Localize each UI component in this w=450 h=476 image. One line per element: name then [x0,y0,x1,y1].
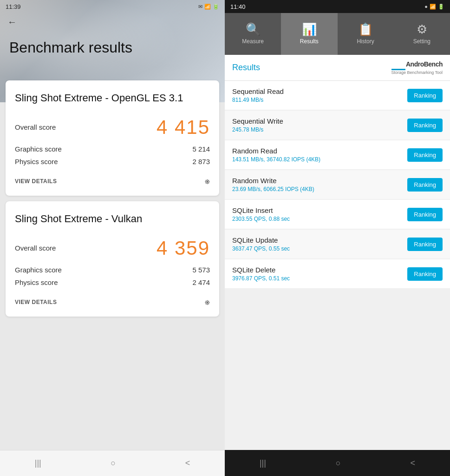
right-recents-button[interactable]: ||| [260,458,266,468]
ranking-button-sqlite-insert[interactable]: Ranking [407,208,443,221]
results-icon: 📊 [302,23,317,35]
tab-history-label: History [357,38,374,45]
right-nav-bar: ||| ○ < [225,450,450,476]
physics-score-row: Physics score 2 873 [15,158,210,165]
overall-score-value-vulkan: 4 359 [157,237,210,259]
left-status-time: 11:39 [6,3,21,10]
tab-measure[interactable]: 🔍 Measure [225,13,281,55]
right-battery-icon: 🔋 [438,4,444,10]
benchmark-cards-list: Sling Shot Extreme - OpenGL ES 3.1 Overa… [0,75,225,476]
overall-score-value: 4 415 [157,116,210,139]
results-list: Sequential Read 811.49 MB/s Ranking Sequ… [225,81,450,450]
right-panel: 11:40 ● 📶 🔋 🔍 Measure 📊 Results 📋 Histor… [225,0,450,476]
wifi-icon: 📶 [204,4,211,10]
result-value-sqlite-delete: 3976.87 QPS, 0.51 sec [232,275,407,282]
right-status-icons: ● 📶 🔋 [424,4,444,10]
physics-score-label: Physics score [15,158,58,165]
physics-score-label-vulkan: Physics score [15,278,58,286]
tab-measure-label: Measure [242,38,264,45]
card-title-vulkan: Sling Shot Extreme - Vulkan [15,212,210,226]
benchmark-card-vulkan: Sling Shot Extreme - Vulkan Overall scor… [6,201,219,317]
physics-score-value-vulkan: 2 474 [192,278,210,286]
graphics-score-row-vulkan: Graphics score 5 573 [15,266,210,274]
brand-sub: Storage Benchmarking Tool [391,70,443,75]
graphics-score-label: Graphics score [15,145,62,153]
result-value-sqlite-update: 3637.47 QPS, 0.55 sec [232,245,407,252]
tab-history[interactable]: 📋 History [338,13,394,55]
right-status-time: 11:40 [230,3,246,10]
ranking-button-sqlite-update[interactable]: Ranking [407,238,443,251]
card-footer-vulkan: VIEW DETAILS ⎈ [15,296,210,307]
graphics-score-label-vulkan: Graphics score [15,266,62,274]
result-value-seq-read: 811.49 MB/s [232,97,407,103]
overall-score-row-vulkan: Overall score 4 359 [15,237,210,259]
card-title-opengl: Sling Shot Extreme - OpenGL ES 3.1 [15,92,210,105]
overall-score-label: Overall score [15,123,56,131]
result-info-sqlite-update: SQLite Update 3637.47 QPS, 0.55 sec [232,236,407,252]
result-item-rand-read: Random Read 143.51 MB/s, 36740.82 IOPS (… [225,140,450,169]
history-icon: 📋 [358,23,373,35]
result-item-sqlite-insert: SQLite Insert 2303.55 QPS, 0.88 sec Rank… [225,200,450,229]
view-details-button-opengl[interactable]: VIEW DETAILS [15,178,57,185]
result-name-seq-write: Sequential Write [232,117,407,125]
ranking-button-rand-read[interactable]: Ranking [407,148,443,162]
results-header: Results AndroBench Storage Benchmarking … [225,55,450,81]
right-signal-icon: ● [424,4,428,9]
tab-results[interactable]: 📊 Results [281,13,337,55]
result-item-seq-read: Sequential Read 811.49 MB/s Ranking [225,81,450,110]
graphics-score-value: 5 214 [192,145,210,153]
brand-name: AndroBench [406,60,443,68]
overall-score-row: Overall score 4 415 [15,116,210,139]
result-value-rand-read: 143.51 MB/s, 36740.82 IOPS (4KB) [232,156,407,163]
left-top-bar: ← [0,13,225,31]
androbench-logo: AndroBench Storage Benchmarking Tool [391,60,443,75]
ranking-button-seq-write[interactable]: Ranking [407,119,443,132]
right-status-bar: 11:40 ● 📶 🔋 [225,0,450,13]
result-name-sqlite-insert: SQLite Insert [232,206,407,214]
physics-score-value: 2 873 [192,158,210,165]
overall-score-label-vulkan: Overall score [15,244,56,252]
left-title-area: Benchmark results [0,31,225,66]
result-item-sqlite-update: SQLite Update 3637.47 QPS, 0.55 sec Rank… [225,230,450,258]
result-item-rand-write: Random Write 23.69 MB/s, 6066.25 IOPS (4… [225,170,450,199]
result-info-sqlite-delete: SQLite Delete 3976.87 QPS, 0.51 sec [232,266,407,282]
battery-icon: 🔋 [213,4,219,10]
page-title: Benchmark results [9,39,215,56]
result-name-rand-read: Random Read [232,147,407,155]
tab-setting[interactable]: ⚙ Setting [394,13,450,55]
right-home-button[interactable]: ○ [336,458,341,468]
ranking-button-rand-write[interactable]: Ranking [407,178,443,192]
share-icon-vulkan[interactable]: ⎈ [205,298,210,307]
back-button[interactable]: ← [7,17,17,27]
measure-icon: 🔍 [246,23,261,35]
result-item-sqlite-delete: SQLite Delete 3976.87 QPS, 0.51 sec Rank… [225,259,450,288]
results-title: Results [232,63,260,73]
setting-icon: ⚙ [417,23,427,35]
share-icon-opengl[interactable]: ⎈ [205,177,210,186]
view-details-button-vulkan[interactable]: VIEW DETAILS [15,299,57,305]
left-panel: 11:39 ✉ 📶 🔋 ← Benchmark results Sling Sh… [0,0,225,476]
tab-setting-label: Setting [413,38,430,45]
card-footer-opengl: VIEW DETAILS ⎈ [15,175,210,186]
result-info-rand-write: Random Write 23.69 MB/s, 6066.25 IOPS (4… [232,177,407,192]
left-status-icons: ✉ 📶 🔋 [198,4,219,10]
ranking-button-seq-read[interactable]: Ranking [407,89,443,102]
result-value-rand-write: 23.69 MB/s, 6066.25 IOPS (4KB) [232,186,407,192]
result-name-sqlite-update: SQLite Update [232,236,407,244]
right-back-button[interactable]: < [411,458,416,468]
result-name-seq-read: Sequential Read [232,87,407,95]
physics-score-row-vulkan: Physics score 2 474 [15,278,210,286]
left-status-bar: 11:39 ✉ 📶 🔋 [0,0,225,13]
graphics-score-value-vulkan: 5 573 [192,266,210,274]
ranking-button-sqlite-delete[interactable]: Ranking [407,267,443,281]
graphics-score-row: Graphics score 5 214 [15,145,210,153]
result-info-seq-write: Sequential Write 245.78 MB/s [232,117,407,133]
result-info-rand-read: Random Read 143.51 MB/s, 36740.82 IOPS (… [232,147,407,163]
benchmark-card-opengl: Sling Shot Extreme - OpenGL ES 3.1 Overa… [6,80,219,196]
result-info-seq-read: Sequential Read 811.49 MB/s [232,87,407,103]
result-value-seq-write: 245.78 MB/s [232,126,407,133]
result-value-sqlite-insert: 2303.55 QPS, 0.88 sec [232,216,407,222]
result-name-rand-write: Random Write [232,177,407,185]
email-icon: ✉ [198,4,202,10]
result-info-sqlite-insert: SQLite Insert 2303.55 QPS, 0.88 sec [232,206,407,222]
